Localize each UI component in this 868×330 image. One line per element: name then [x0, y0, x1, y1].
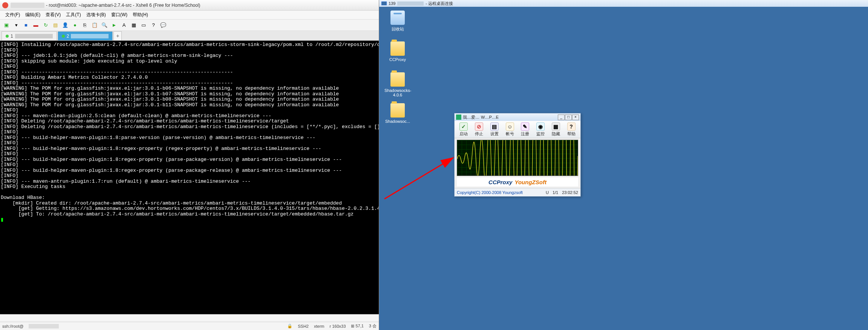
tb-person-icon[interactable]: 👤 — [61, 21, 69, 29]
set-icon: ▤ — [490, 122, 499, 131]
menu-窗口[interactable]: 窗口(W) — [109, 11, 130, 19]
desktop-icon-label: CCProxy — [384, 57, 411, 62]
tab1-redacted — [15, 34, 53, 38]
help-icon: ? — [567, 122, 576, 131]
ccproxy-button-label: 设置 — [488, 131, 501, 137]
desktop-icon-label: Shadowsoc... — [384, 119, 411, 124]
close-button[interactable]: × — [572, 115, 579, 120]
rdp-title-suffix: - 远程桌面连接 — [426, 1, 453, 6]
tb-chat-icon[interactable]: 💬 — [159, 21, 167, 29]
status-ssh-url: ssh://root@ — [2, 324, 23, 328]
folder-icon — [390, 72, 405, 87]
desktop-icon-CCProxy[interactable]: CCProxy — [384, 41, 411, 62]
tb-copy-icon[interactable]: ⎘ — [81, 21, 89, 29]
lock-icon: 🔒 — [287, 324, 292, 328]
rdp-titlebar[interactable]: 139 - 远程桌面连接 — [379, 0, 868, 7]
xshell-statusbar: ssh://root@ 🔒 SSH2 xterm r 160x33 ⊞ 57,1… — [0, 322, 379, 330]
tb-reconnect-icon[interactable]: ↻ — [41, 21, 50, 29]
tab-status-dot-icon — [6, 35, 9, 38]
status-protocol: SSH2 — [298, 324, 309, 328]
ccproxy-hide-button[interactable]: ▦隐藏 — [549, 122, 563, 137]
terminal-output[interactable]: [INFO] Installing /root/apache-ambari-2.… — [0, 41, 379, 314]
tb-save-icon[interactable]: ■ — [22, 21, 30, 29]
xshell-toolbar[interactable]: ▣ ▾ ■ ▬ ↻ ▧ 👤 ● ⎘ 📋 🔍 ► A ▦ ▭ ? 💬 — [0, 20, 379, 31]
brand-youngzsoft: YoungZSoft — [514, 179, 546, 185]
desktop-icon-Shadowsocks-4.0.6[interactable]: Shadowsocks-4.0.6 — [384, 72, 411, 97]
menu-编辑[interactable]: 编辑(E) — [23, 11, 43, 19]
ccproxy-mon-button[interactable]: ◉监控 — [534, 122, 547, 137]
xshell-tab-1[interactable]: 1 — [2, 31, 57, 40]
xshell-tabbar: 1 2 + — [0, 31, 379, 41]
tb-paste-icon[interactable]: 📋 — [90, 21, 99, 29]
ccproxy-traffic-graph — [457, 140, 578, 176]
ccproxy-titlebar[interactable]: 我…爱… W…P…E _ □ × — [455, 113, 580, 121]
minimize-button[interactable]: _ — [558, 115, 565, 120]
tb-play-icon[interactable]: ► — [110, 21, 118, 29]
desktop-icon-回收站[interactable]: 回收站 — [384, 11, 411, 32]
status-termtype: xterm — [314, 324, 325, 328]
ccproxy-button-label: 隐藏 — [549, 131, 563, 137]
ccproxy-brand-banner: CCProxy YoungZSoft — [457, 177, 578, 186]
ccproxy-stat-connections: 1/1 — [553, 190, 558, 195]
tb-screen-icon[interactable]: ▭ — [139, 21, 148, 29]
xshell-window: - root@mid003: ~/apache-ambari-2.7.4-src… — [0, 0, 379, 330]
desktop-icon-label: Shadowsocks-4.0.6 — [384, 88, 411, 97]
rdp-icon — [381, 2, 387, 5]
title-redacted — [11, 3, 44, 8]
terminal-input-bar[interactable] — [0, 314, 379, 322]
remote-desktop-area[interactable]: Shadowsoc...Shadowsocks-4.0.6CCProxy回收站 … — [379, 7, 868, 330]
start-icon: ✓ — [459, 122, 468, 131]
ccproxy-start-button[interactable]: ✓启动 — [457, 122, 470, 137]
terminal-cursor: ▮ — [1, 217, 3, 222]
tb-new-icon[interactable]: ▣ — [2, 21, 11, 29]
ccproxy-app-icon — [456, 115, 461, 120]
menu-工具[interactable]: 工具(T) — [64, 11, 83, 19]
ccproxy-title-suffix: W…P…E — [481, 115, 499, 119]
ccproxy-stop-button[interactable]: ⊘停止 — [472, 122, 486, 137]
tab2-redacted — [71, 34, 109, 38]
reg-icon: ✎ — [521, 122, 529, 131]
tab-status-dot-icon — [62, 35, 65, 38]
xshell-tab-add[interactable]: + — [113, 31, 122, 40]
tb-open-icon[interactable]: ▾ — [12, 21, 20, 29]
menu-选项卡[interactable]: 选项卡(B) — [84, 11, 108, 19]
ccproxy-stat-u: U — [546, 190, 549, 195]
xshell-menubar[interactable]: 文件(F)编辑(E)查看(V)工具(T)选项卡(B)窗口(W)帮助(H) — [0, 11, 379, 20]
status-size: 160x33 — [332, 324, 346, 328]
tb-globe-icon[interactable]: ● — [71, 21, 79, 29]
ccproxy-statusbar: Copyright(C) 2000-2008 Youngzsoft U 1/1 … — [455, 188, 580, 196]
xshell-tab-2-active[interactable]: 2 — [58, 31, 113, 40]
menu-文件[interactable]: 文件(F) — [3, 11, 22, 19]
ccproxy-toolbar: ✓启动⊘停止▤设置☺帐号✎注册◉监控▦隐藏?帮助 — [455, 121, 580, 138]
tb-disconnect-icon[interactable]: ▬ — [32, 21, 40, 29]
status-sessions: 3 会 — [369, 323, 377, 329]
acc-icon: ☺ — [506, 122, 514, 131]
ccproxy-reg-button[interactable]: ✎注册 — [518, 122, 532, 137]
tb-layout-icon[interactable]: ▦ — [130, 21, 138, 29]
ccproxy-help-button[interactable]: ?帮助 — [565, 122, 578, 137]
desktop-icon-Shadowsoc...[interactable]: Shadowsoc... — [384, 103, 411, 124]
status-cursor-pos: 57,1 — [355, 324, 363, 328]
bin-icon — [390, 11, 405, 25]
ccproxy-set-button[interactable]: ▤设置 — [488, 122, 501, 137]
ccproxy-button-label: 监控 — [534, 131, 547, 137]
xshell-titlebar[interactable]: - root@mid003: ~/apache-ambari-2.7.4-src… — [0, 0, 379, 11]
window-controls: _ □ × — [558, 115, 579, 120]
ccproxy-button-label: 帐号 — [503, 131, 517, 137]
graph-wave-icon — [457, 140, 578, 176]
menu-帮助[interactable]: 帮助(H) — [130, 11, 150, 19]
ccproxy-acc-button[interactable]: ☺帐号 — [503, 122, 517, 137]
stop-icon: ⊘ — [475, 122, 483, 131]
rdp-ip-redacted — [397, 2, 424, 6]
tb-folder-icon[interactable]: ▧ — [51, 21, 60, 29]
folder-icon — [390, 41, 405, 56]
tb-help-icon[interactable]: ? — [149, 21, 158, 29]
tb-find-icon[interactable]: 🔍 — [100, 21, 109, 29]
tb-a-icon[interactable]: A — [120, 21, 128, 29]
brand-ccproxy: CCProxy — [488, 179, 512, 185]
menu-查看[interactable]: 查看(V) — [43, 11, 63, 19]
maximize-button[interactable]: □ — [565, 115, 572, 120]
ccproxy-title-prefix: 我…爱… — [463, 115, 479, 120]
mon-icon: ◉ — [536, 122, 545, 131]
ccproxy-copyright: Copyright(C) 2000-2008 Youngzsoft — [457, 190, 523, 195]
